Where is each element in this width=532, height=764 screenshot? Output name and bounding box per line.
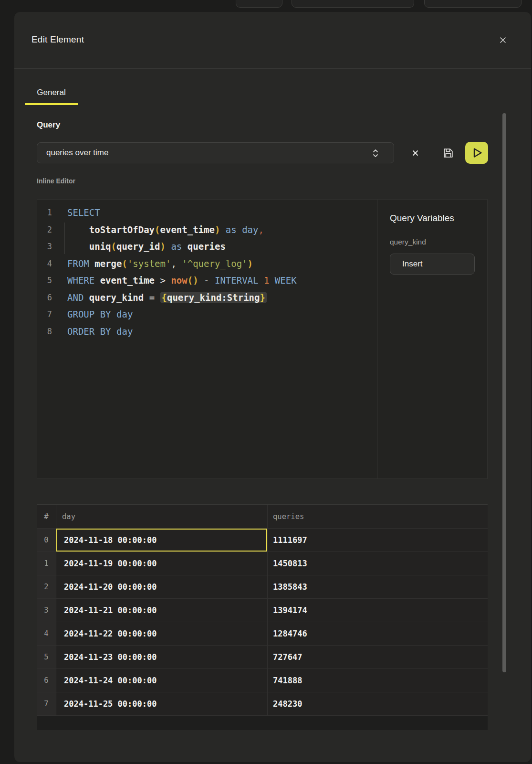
close-icon — [499, 36, 507, 44]
code-line[interactable]: 5WHERE event_time > now() - INTERVAL 1 W… — [37, 272, 377, 289]
day-cell[interactable]: 2024-11-20 00:00:00 — [56, 575, 267, 598]
queries-cell[interactable]: 1450813 — [267, 552, 488, 575]
table-row: 02024-11-18 00:00:001111697 — [37, 528, 488, 552]
modal-title: Edit Element — [31, 34, 84, 45]
queries-cell[interactable]: 1394174 — [267, 599, 488, 622]
query-select[interactable]: queries over time — [37, 142, 394, 163]
table-row: 72024-11-25 00:00:00248230 — [37, 692, 488, 715]
query-variables-panel: Query Variables query_kindInsert — [377, 200, 487, 478]
row-index-cell: 7 — [37, 692, 56, 715]
background-tab — [292, 0, 414, 8]
line-content: ORDER BY day — [52, 323, 133, 340]
code-line[interactable]: 8ORDER BY day — [37, 323, 377, 340]
code-line[interactable]: 3 uniq(query_id) as queries — [37, 238, 377, 255]
queries-cell[interactable]: 1385843 — [267, 575, 488, 598]
line-number: 3 — [37, 238, 52, 255]
run-query-button[interactable] — [465, 142, 488, 164]
code-editor-pane[interactable]: 1SELECT2 toStartOfDay(event_time) as day… — [37, 200, 377, 478]
line-content: FROM merge('system', '^query_log') — [52, 255, 253, 273]
day-cell[interactable]: 2024-11-22 00:00:00 — [56, 622, 267, 645]
table-row: 62024-11-24 00:00:00741888 — [37, 668, 488, 692]
column-header-day: day — [56, 505, 267, 528]
clear-query-button[interactable] — [408, 146, 422, 159]
line-number: 8 — [37, 323, 52, 340]
table-row: 52024-11-23 00:00:00727647 — [37, 645, 488, 668]
query-variables-list: query_kindInsert — [390, 238, 475, 275]
modal-scrollbar-thumb[interactable] — [502, 113, 506, 672]
column-header-queries: queries — [267, 505, 488, 528]
select-updown-icon — [373, 148, 378, 159]
day-cell-selected[interactable]: 2024-11-18 00:00:00 — [56, 529, 267, 552]
line-content: uniq(query_id) as queries — [52, 238, 226, 255]
tab-general-label: General — [37, 88, 65, 97]
code-line[interactable]: 1SELECT — [37, 204, 377, 222]
variable-name-label: query_kind — [390, 238, 475, 246]
line-content: SELECT — [52, 204, 100, 222]
row-index-cell: 6 — [37, 669, 56, 692]
day-cell[interactable]: 2024-11-23 00:00:00 — [56, 646, 267, 668]
line-number: 2 — [37, 222, 52, 239]
results-table: # day queries 02024-11-18 00:00:00111169… — [37, 504, 488, 730]
inline-editor-label: Inline Editor — [37, 177, 75, 185]
table-row: 32024-11-21 00:00:001394174 — [37, 598, 488, 622]
code-line[interactable]: 6AND query_kind = {query_kind:String} — [37, 289, 377, 307]
indent-guide — [64, 223, 65, 254]
code-line[interactable]: 2 toStartOfDay(event_time) as day, — [37, 222, 377, 239]
row-index-cell: 4 — [37, 622, 56, 645]
background-tab — [236, 0, 282, 8]
clear-x-icon — [412, 149, 419, 157]
query-select-value: queries over time — [46, 148, 108, 158]
play-icon — [465, 142, 488, 164]
row-index-cell: 1 — [37, 552, 56, 575]
day-cell[interactable]: 2024-11-24 00:00:00 — [56, 669, 267, 692]
queries-cell[interactable]: 248230 — [267, 692, 488, 715]
line-content: GROUP BY day — [52, 306, 133, 323]
table-row: 12024-11-19 00:00:001450813 — [37, 552, 488, 575]
day-cell[interactable]: 2024-11-21 00:00:00 — [56, 599, 267, 622]
table-footer — [37, 715, 488, 730]
query-variables-title: Query Variables — [390, 213, 475, 223]
query-section-label: Query — [37, 120, 60, 130]
line-number: 5 — [37, 272, 52, 289]
table-header-row: # day queries — [37, 505, 488, 528]
queries-cell[interactable]: 727647 — [267, 646, 488, 668]
line-content: AND query_kind = {query_kind:String} — [52, 289, 267, 307]
row-index-cell: 0 — [37, 529, 56, 552]
sql-editor: 1SELECT2 toStartOfDay(event_time) as day… — [37, 199, 488, 479]
screen: Edit Element General Query queries over … — [0, 0, 532, 764]
edit-element-modal: Edit Element General Query queries over … — [14, 12, 531, 762]
save-floppy-icon — [442, 147, 454, 159]
column-header-index: # — [37, 505, 56, 528]
line-number: 6 — [37, 289, 52, 307]
table-body: 02024-11-18 00:00:00111169712024-11-19 0… — [37, 528, 488, 715]
code-line[interactable]: 4FROM merge('system', '^query_log') — [37, 255, 377, 273]
tab-general[interactable]: General — [25, 84, 78, 105]
queries-cell[interactable]: 1111697 — [267, 529, 488, 552]
line-number: 1 — [37, 204, 52, 222]
table-row: 42024-11-22 00:00:001284746 — [37, 622, 488, 645]
queries-cell[interactable]: 741888 — [267, 669, 488, 692]
queries-cell[interactable]: 1284746 — [267, 622, 488, 645]
code-line[interactable]: 7GROUP BY day — [37, 306, 377, 323]
table-row: 22024-11-20 00:00:001385843 — [37, 575, 488, 598]
query-select-row: queries over time — [37, 142, 502, 164]
row-index-cell: 3 — [37, 599, 56, 622]
row-index-cell: 2 — [37, 575, 56, 598]
day-cell[interactable]: 2024-11-19 00:00:00 — [56, 552, 267, 575]
header-divider — [14, 68, 531, 69]
line-number: 4 — [37, 255, 52, 273]
close-button[interactable] — [495, 32, 511, 48]
line-content: WHERE event_time > now() - INTERVAL 1 WE… — [52, 272, 297, 289]
line-number: 7 — [37, 306, 52, 323]
background-tab — [424, 0, 522, 8]
row-index-cell: 5 — [37, 646, 56, 668]
line-content: toStartOfDay(event_time) as day, — [52, 222, 264, 239]
day-cell[interactable]: 2024-11-25 00:00:00 — [56, 692, 267, 715]
insert-variable-button[interactable]: Insert — [390, 254, 475, 275]
save-query-button[interactable] — [441, 146, 455, 159]
